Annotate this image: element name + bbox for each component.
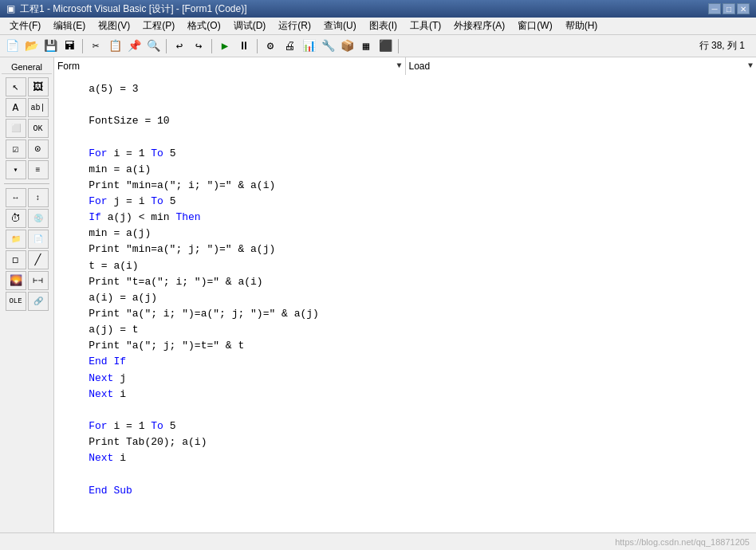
toolbar-b5[interactable]: 📦 xyxy=(338,37,356,55)
toolbar-b4[interactable]: 🔧 xyxy=(319,37,337,55)
code-line-endif xyxy=(64,372,89,384)
menu-project[interactable]: 工程(P) xyxy=(136,18,181,34)
lp-dirlistbox[interactable]: 📁 xyxy=(6,230,26,249)
app-icon: ▣ xyxy=(6,3,15,14)
menu-view[interactable]: 视图(V) xyxy=(92,18,136,34)
lp-timer[interactable]: ⏱ xyxy=(6,209,26,228)
title-bar-left: ▣ 工程1 - Microsoft Visual Basic [设计] - [F… xyxy=(6,2,247,16)
menu-bar: 文件(F) 编辑(E) 视图(V) 工程(P) 格式(O) 调试(D) 运行(R… xyxy=(0,18,756,35)
lp-row-11: OLE 🔗 xyxy=(6,292,49,311)
toolbar-cut[interactable]: ✂ xyxy=(87,37,104,55)
lp-row-4: ☑ ⊙ xyxy=(6,139,49,159)
procedure-dropdown[interactable]: Load xyxy=(406,57,757,75)
lp-shape[interactable]: ◻ xyxy=(6,250,26,269)
code-header: Form ▼ Load ▼ xyxy=(54,57,756,75)
lp-hscrollbar[interactable]: ↔ xyxy=(6,188,26,207)
lp-row-3: ⬜ OK xyxy=(6,119,49,138)
lp-image[interactable]: 🌄 xyxy=(6,271,26,290)
toolbar-sep5 xyxy=(398,39,399,53)
code-kw-to1: To xyxy=(151,147,163,159)
lp-drivelistbox[interactable]: 💿 xyxy=(28,209,49,228)
lp-extra[interactable]: 🔗 xyxy=(28,292,49,311)
lp-label[interactable]: A xyxy=(6,98,26,117)
lp-ole[interactable]: OLE xyxy=(6,292,26,311)
lp-row-2: A ab| xyxy=(6,98,49,117)
minimize-button[interactable]: ─ xyxy=(708,3,721,14)
menu-addins[interactable]: 外接程序(A) xyxy=(447,18,511,34)
menu-query[interactable]: 查询(U) xyxy=(317,18,363,34)
lp-filelistbox[interactable]: 📄 xyxy=(28,230,49,249)
toolbar-save[interactable]: 💾 xyxy=(41,37,59,55)
lp-cursor[interactable]: ↖ xyxy=(6,77,26,96)
lp-row-10: 🌄 ⊢⊣ xyxy=(6,271,49,290)
code-kw-for1: For xyxy=(89,147,107,159)
toolbar-b7[interactable]: ⬛ xyxy=(376,37,394,55)
lp-data[interactable]: ⊢⊣ xyxy=(28,271,49,290)
object-combo-wrapper: Form ▼ xyxy=(54,57,406,74)
toolbar-redo[interactable]: ↪ xyxy=(190,37,207,55)
lp-commandbutton[interactable]: OK xyxy=(28,119,49,138)
lp-checkbox[interactable]: ☑ xyxy=(6,139,26,159)
toolbar-pause[interactable]: ⏸ xyxy=(235,37,253,55)
menu-debug[interactable]: 调试(D) xyxy=(227,18,273,34)
toolbar-run[interactable]: ▶ xyxy=(216,37,234,55)
lp-textbox[interactable]: ab| xyxy=(28,98,49,117)
toolbar-b1[interactable]: ⚙ xyxy=(262,37,279,55)
menu-run[interactable]: 运行(R) xyxy=(272,18,317,34)
code-kw-endsub: End Sub xyxy=(89,485,132,497)
toolbar-sep4 xyxy=(257,39,258,53)
code-kw-to3: To xyxy=(151,420,163,432)
code-kw-nexti1: Next xyxy=(89,388,113,400)
code-line-if: a(j) < min xyxy=(101,211,176,223)
menu-file[interactable]: 文件(F) xyxy=(3,18,47,34)
maximize-button[interactable]: □ xyxy=(723,3,735,14)
toolbar-paste[interactable]: 📌 xyxy=(125,37,143,55)
menu-edit[interactable]: 编辑(E) xyxy=(47,18,92,34)
general-label: General xyxy=(2,61,52,74)
code-kw-for3: For xyxy=(89,420,107,432)
toolbar-sep1 xyxy=(82,39,83,53)
lp-vscrollbar[interactable]: ↕ xyxy=(28,188,49,207)
toolbar-b6[interactable]: ▦ xyxy=(357,37,375,55)
toolbar-undo[interactable]: ↩ xyxy=(171,37,188,55)
toolbar-b2[interactable]: 🖨 xyxy=(281,37,298,55)
title-bar-controls: ─ □ ✕ xyxy=(708,3,750,14)
code-kw-nexti2: Next xyxy=(89,452,113,464)
lp-frame[interactable]: ⬜ xyxy=(6,119,26,138)
lp-combobox[interactable]: ▾ xyxy=(6,160,26,179)
code-line-then: min = a(j) Print "min=a("; j; ")=" & a(j… xyxy=(64,227,319,367)
lp-row-8: 📁 📄 xyxy=(6,230,49,249)
lp-row-6: ↔ ↕ xyxy=(6,188,49,207)
menu-window[interactable]: 窗口(W) xyxy=(511,18,558,34)
left-panel: General ↖ 🖼 A ab| ⬜ OK ☑ ⊙ ▾ ≡ ↔ ↕ ⏱ 💿 xyxy=(0,57,54,532)
code-kw-endif: End If xyxy=(89,356,126,367)
code-kw-to2: To xyxy=(151,195,163,207)
toolbar-b3[interactable]: 📊 xyxy=(300,37,317,55)
status-position: 行 38, 列 1 xyxy=(699,39,753,53)
toolbar-find[interactable]: 🔍 xyxy=(144,37,162,55)
toolbar-open[interactable]: 📂 xyxy=(22,37,40,55)
menu-help[interactable]: 帮助(H) xyxy=(559,18,604,34)
lp-line[interactable]: ╱ xyxy=(28,250,49,269)
lp-picturebox[interactable]: 🖼 xyxy=(28,77,49,96)
code-editor[interactable]: a(5) = 3 FontSize = 10 For i = 1 To 5 mi… xyxy=(54,75,756,532)
code-line-for3: i = 1 xyxy=(108,420,152,432)
code-line-for1: i = 1 xyxy=(108,147,152,159)
toolbar-new[interactable]: 📄 xyxy=(3,37,21,55)
object-dropdown[interactable]: Form xyxy=(54,57,405,75)
lp-optionbutton[interactable]: ⊙ xyxy=(28,139,49,159)
menu-chart[interactable]: 图表(I) xyxy=(363,18,404,34)
lp-row-1: ↖ 🖼 xyxy=(6,77,49,96)
toolbar: 📄 📂 💾 🖬 ✂ 📋 📌 🔍 ↩ ↪ ▶ ⏸ ⚙ 🖨 📊 🔧 📦 ▦ ⬛ 行 … xyxy=(0,35,756,57)
toolbar-save-all[interactable]: 🖬 xyxy=(61,37,78,55)
code-kw-if: If xyxy=(89,211,101,223)
close-button[interactable]: ✕ xyxy=(737,3,750,14)
title-text: 工程1 - Microsoft Visual Basic [设计] - [For… xyxy=(20,2,247,16)
menu-format[interactable]: 格式(O) xyxy=(181,18,226,34)
code-line-for2: j = i xyxy=(108,195,152,207)
menu-tools[interactable]: 工具(T) xyxy=(404,18,447,34)
procedure-combo-wrapper: Load ▼ xyxy=(406,57,757,74)
lp-row-9: ◻ ╱ xyxy=(6,250,49,269)
toolbar-copy[interactable]: 📋 xyxy=(106,37,124,55)
lp-listbox[interactable]: ≡ xyxy=(28,160,49,179)
